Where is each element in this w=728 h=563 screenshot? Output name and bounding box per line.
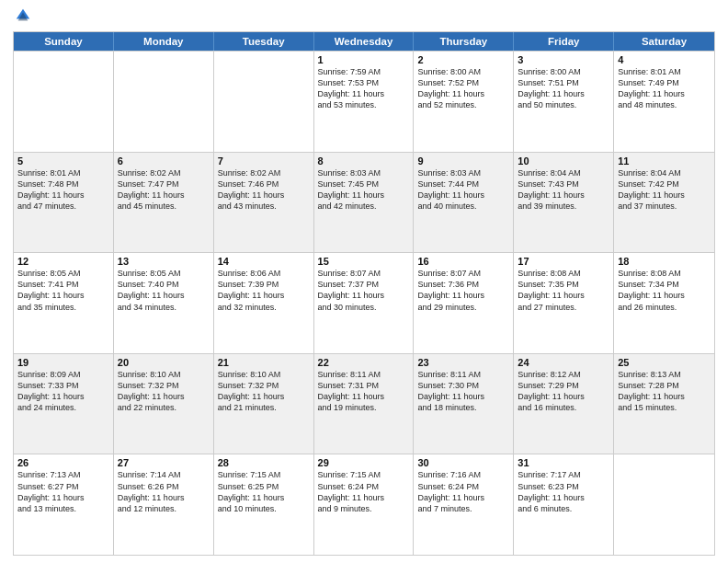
week-row-5: 26Sunrise: 7:13 AMSunset: 6:27 PMDayligh…: [14, 454, 714, 555]
day-cell-empty-0-0: [14, 52, 114, 152]
cell-line-3: and 26 minutes.: [618, 302, 711, 313]
day-cell-30: 30Sunrise: 7:16 AMSunset: 6:24 PMDayligh…: [414, 454, 514, 555]
cell-line-0: Sunrise: 7:15 AM: [218, 469, 310, 480]
header-day-wednesday: Wednesday: [314, 32, 415, 51]
day-number: 27: [118, 457, 210, 468]
cell-line-1: Sunset: 7:30 PM: [417, 380, 509, 391]
day-cell-7: 7Sunrise: 8:02 AMSunset: 7:46 PMDaylight…: [214, 153, 314, 253]
cell-line-0: Sunrise: 7:15 AM: [318, 469, 410, 480]
logo-text: [13, 9, 31, 24]
cell-line-0: Sunrise: 8:11 AM: [417, 369, 509, 380]
cell-line-3: and 37 minutes.: [618, 201, 711, 212]
cell-line-1: Sunset: 6:26 PM: [118, 481, 210, 492]
cell-line-3: and 34 minutes.: [118, 302, 210, 313]
cell-line-2: Daylight: 11 hours: [318, 391, 410, 402]
day-cell-5: 5Sunrise: 8:01 AMSunset: 7:48 PMDaylight…: [14, 153, 114, 253]
cell-line-1: Sunset: 7:48 PM: [17, 178, 109, 190]
day-number: 4: [618, 54, 711, 65]
day-cell-24: 24Sunrise: 8:12 AMSunset: 7:29 PMDayligh…: [514, 354, 614, 454]
cell-line-0: Sunrise: 8:11 AM: [318, 369, 410, 380]
cell-line-3: and 39 minutes.: [518, 201, 609, 212]
day-cell-28: 28Sunrise: 7:15 AMSunset: 6:25 PMDayligh…: [214, 454, 314, 555]
page: SundayMondayTuesdayWednesdayThursdayFrid…: [0, 0, 728, 563]
day-cell-13: 13Sunrise: 8:05 AMSunset: 7:40 PMDayligh…: [114, 253, 214, 353]
day-cell-18: 18Sunrise: 8:08 AMSunset: 7:34 PMDayligh…: [614, 253, 714, 353]
cell-line-2: Daylight: 11 hours: [518, 391, 609, 402]
cell-line-2: Daylight: 11 hours: [17, 190, 109, 201]
cell-line-3: and 29 minutes.: [417, 302, 509, 313]
day-number: 15: [318, 256, 410, 267]
cell-line-0: Sunrise: 8:13 AM: [618, 369, 711, 380]
cell-line-1: Sunset: 7:29 PM: [518, 380, 609, 391]
header-day-sunday: Sunday: [14, 32, 114, 51]
cell-line-3: and 40 minutes.: [417, 201, 509, 212]
day-number: 10: [518, 155, 609, 167]
cell-line-2: Daylight: 11 hours: [417, 88, 509, 99]
cell-line-1: Sunset: 7:35 PM: [518, 279, 609, 290]
cell-line-0: Sunrise: 8:04 AM: [518, 167, 609, 178]
cell-line-1: Sunset: 7:49 PM: [618, 77, 711, 88]
cell-line-3: and 19 minutes.: [318, 402, 410, 413]
day-number: 22: [318, 357, 410, 368]
day-cell-25: 25Sunrise: 8:13 AMSunset: 7:28 PMDayligh…: [614, 354, 714, 454]
cell-line-2: Daylight: 11 hours: [17, 290, 109, 301]
day-cell-empty-4-6: [614, 454, 714, 555]
cell-line-0: Sunrise: 8:07 AM: [318, 268, 410, 279]
cell-line-0: Sunrise: 8:02 AM: [118, 167, 210, 178]
logo: [13, 9, 31, 24]
cell-line-1: Sunset: 6:27 PM: [17, 481, 109, 492]
day-number: 29: [318, 457, 410, 468]
cell-line-1: Sunset: 7:33 PM: [17, 380, 109, 391]
cell-line-0: Sunrise: 7:14 AM: [118, 469, 210, 480]
cell-line-0: Sunrise: 8:02 AM: [218, 167, 310, 178]
calendar: SundayMondayTuesdayWednesdayThursdayFrid…: [13, 31, 715, 556]
day-number: 14: [218, 256, 310, 267]
cell-line-1: Sunset: 7:28 PM: [618, 380, 711, 391]
cell-line-1: Sunset: 7:41 PM: [17, 279, 109, 290]
day-number: 7: [218, 155, 310, 167]
day-cell-8: 8Sunrise: 8:03 AMSunset: 7:45 PMDaylight…: [314, 153, 415, 253]
cell-line-1: Sunset: 6:24 PM: [318, 481, 410, 492]
day-cell-6: 6Sunrise: 8:02 AMSunset: 7:47 PMDaylight…: [114, 153, 214, 253]
day-number: 24: [518, 357, 609, 368]
day-number: 16: [417, 256, 509, 267]
cell-line-3: and 12 minutes.: [118, 503, 210, 514]
day-number: 25: [618, 357, 711, 368]
cell-line-2: Daylight: 11 hours: [518, 88, 609, 99]
cell-line-0: Sunrise: 8:04 AM: [618, 167, 711, 178]
cell-line-0: Sunrise: 8:05 AM: [118, 268, 210, 279]
week-row-3: 12Sunrise: 8:05 AMSunset: 7:41 PMDayligh…: [14, 252, 714, 353]
cell-line-3: and 52 minutes.: [417, 99, 509, 110]
day-number: 3: [518, 54, 609, 65]
cell-line-2: Daylight: 11 hours: [118, 492, 210, 503]
day-cell-11: 11Sunrise: 8:04 AMSunset: 7:42 PMDayligh…: [614, 153, 714, 253]
cell-line-2: Daylight: 11 hours: [318, 88, 410, 99]
header-day-tuesday: Tuesday: [214, 32, 314, 51]
cell-line-2: Daylight: 11 hours: [218, 190, 310, 201]
calendar-body: 1Sunrise: 7:59 AMSunset: 7:53 PMDaylight…: [14, 51, 714, 555]
cell-line-2: Daylight: 11 hours: [618, 290, 711, 301]
cell-line-1: Sunset: 7:42 PM: [618, 178, 711, 190]
cell-line-3: and 22 minutes.: [118, 402, 210, 413]
day-cell-27: 27Sunrise: 7:14 AMSunset: 6:26 PMDayligh…: [114, 454, 214, 555]
day-cell-3: 3Sunrise: 8:00 AMSunset: 7:51 PMDaylight…: [514, 52, 614, 152]
cell-line-2: Daylight: 11 hours: [318, 492, 410, 503]
day-cell-29: 29Sunrise: 7:15 AMSunset: 6:24 PMDayligh…: [314, 454, 415, 555]
day-cell-4: 4Sunrise: 8:01 AMSunset: 7:49 PMDaylight…: [614, 52, 714, 152]
cell-line-0: Sunrise: 8:03 AM: [417, 167, 509, 178]
cell-line-0: Sunrise: 8:07 AM: [417, 268, 509, 279]
day-number: 1: [318, 54, 410, 65]
day-cell-31: 31Sunrise: 7:17 AMSunset: 6:23 PMDayligh…: [514, 454, 614, 555]
cell-line-2: Daylight: 11 hours: [218, 492, 310, 503]
cell-line-0: Sunrise: 8:01 AM: [17, 167, 109, 178]
cell-line-1: Sunset: 7:46 PM: [218, 178, 310, 190]
day-cell-14: 14Sunrise: 8:06 AMSunset: 7:39 PMDayligh…: [214, 253, 314, 353]
cell-line-1: Sunset: 7:40 PM: [118, 279, 210, 290]
cell-line-0: Sunrise: 7:59 AM: [318, 66, 410, 77]
day-number: 11: [618, 155, 711, 167]
cell-line-1: Sunset: 7:31 PM: [318, 380, 410, 391]
day-cell-2: 2Sunrise: 8:00 AMSunset: 7:52 PMDaylight…: [414, 52, 514, 152]
cell-line-3: and 10 minutes.: [218, 503, 310, 514]
cell-line-0: Sunrise: 8:10 AM: [218, 369, 310, 380]
day-cell-19: 19Sunrise: 8:09 AMSunset: 7:33 PMDayligh…: [14, 354, 114, 454]
